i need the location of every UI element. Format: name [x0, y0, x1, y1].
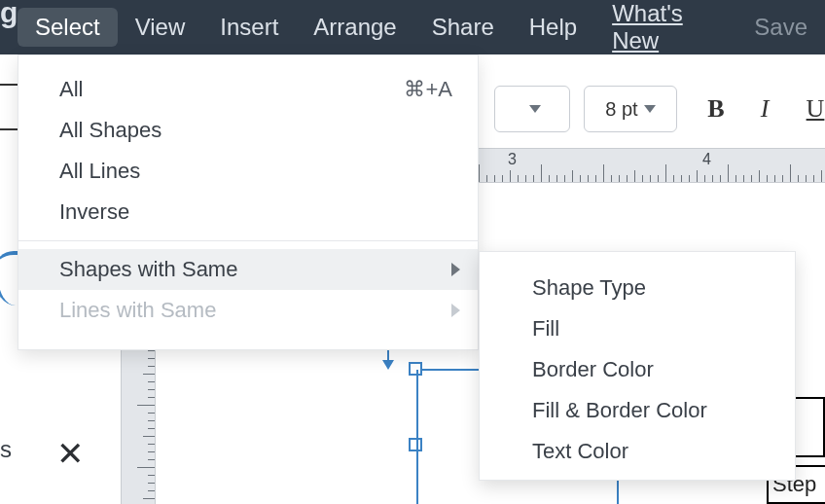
menu-label: Shapes with Same: [59, 257, 237, 282]
menu-label: Lines with Same: [59, 298, 216, 323]
menu-item-all[interactable]: All ⌘+A: [18, 69, 478, 110]
menu-item-inverse[interactable]: Inverse: [18, 192, 478, 233]
menu-select[interactable]: Select: [18, 8, 118, 47]
logo-fragment: g: [0, 0, 18, 29]
menu-whats-new[interactable]: What's New: [594, 0, 727, 60]
chevron-down-icon: [529, 105, 541, 113]
menu-label: Inverse: [59, 199, 129, 225]
menu-help[interactable]: Help: [512, 8, 594, 47]
menu-label: Fill & Border Color: [532, 398, 707, 423]
select-menu-panel: All ⌘+A All Shapes All Lines Inverse Sha…: [18, 54, 479, 350]
menu-item-all-shapes[interactable]: All Shapes: [18, 110, 478, 151]
menu-label: All Lines: [59, 159, 140, 184]
bold-button[interactable]: B: [697, 86, 735, 132]
menu-label: Text Color: [532, 439, 628, 464]
menu-save[interactable]: Save: [727, 8, 825, 47]
submenu-shape-type[interactable]: Shape Type: [480, 268, 795, 308]
font-size-value: 8 pt: [605, 98, 637, 121]
text-fragment: s: [0, 436, 12, 463]
menu-label: Fill: [532, 316, 559, 342]
chevron-down-icon: [644, 105, 656, 113]
selection-handle[interactable]: [409, 438, 422, 451]
shapes-with-same-submenu: Shape Type Fill Border Color Fill & Bord…: [479, 251, 796, 481]
menu-separator: [18, 240, 478, 241]
menu-view[interactable]: View: [118, 8, 203, 47]
selection-handle[interactable]: [409, 362, 422, 376]
menubar: g Select View Insert Arrange Share Help …: [0, 0, 825, 54]
toolbar-dropdown[interactable]: [494, 86, 570, 132]
menu-label: Shape Type: [532, 275, 646, 301]
connector-line[interactable]: [416, 370, 418, 504]
underline-button[interactable]: U: [796, 86, 825, 132]
menu-insert[interactable]: Insert: [202, 8, 296, 47]
ruler-horizontal: 3 4: [479, 148, 825, 183]
menu-label: Border Color: [532, 357, 654, 382]
font-size-selector[interactable]: 8 pt: [584, 86, 677, 132]
menu-item-all-lines[interactable]: All Lines: [18, 151, 478, 192]
submenu-text-color[interactable]: Text Color: [480, 431, 795, 472]
menu-arrange[interactable]: Arrange: [296, 8, 413, 47]
shape-rectangle[interactable]: [794, 397, 825, 457]
italic-button[interactable]: I: [745, 86, 784, 132]
ruler-vertical: [121, 342, 156, 504]
submenu-arrow-icon: [451, 263, 460, 276]
menu-label: All Shapes: [59, 118, 161, 143]
menu-shortcut: ⌘+A: [404, 77, 452, 102]
close-icon[interactable]: ✕: [56, 434, 84, 473]
menu-item-shapes-with-same[interactable]: Shapes with Same: [18, 249, 478, 290]
ruler-mark: 3: [508, 151, 517, 168]
menu-share[interactable]: Share: [414, 8, 512, 47]
submenu-fill[interactable]: Fill: [480, 308, 795, 349]
menu-item-lines-with-same: Lines with Same: [18, 290, 478, 331]
submenu-border-color[interactable]: Border Color: [480, 349, 795, 390]
ruler-mark: 4: [702, 151, 711, 168]
submenu-arrow-icon: [451, 304, 460, 317]
menu-label: All: [59, 77, 83, 102]
submenu-fill-border-color[interactable]: Fill & Border Color: [480, 390, 795, 431]
